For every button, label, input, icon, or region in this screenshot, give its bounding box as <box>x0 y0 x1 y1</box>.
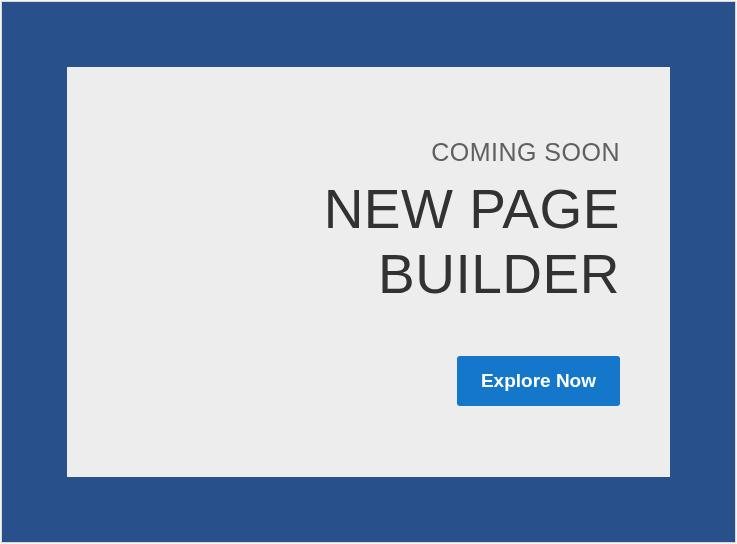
eyebrow-text: COMING SOON <box>431 138 620 167</box>
explore-now-button[interactable]: Explore Now <box>457 356 620 406</box>
headline-text: NEW PAGE BUILDER <box>117 177 620 307</box>
promo-banner-frame: COMING SOON NEW PAGE BUILDER Explore Now <box>1 1 736 543</box>
promo-card: COMING SOON NEW PAGE BUILDER Explore Now <box>67 67 670 477</box>
